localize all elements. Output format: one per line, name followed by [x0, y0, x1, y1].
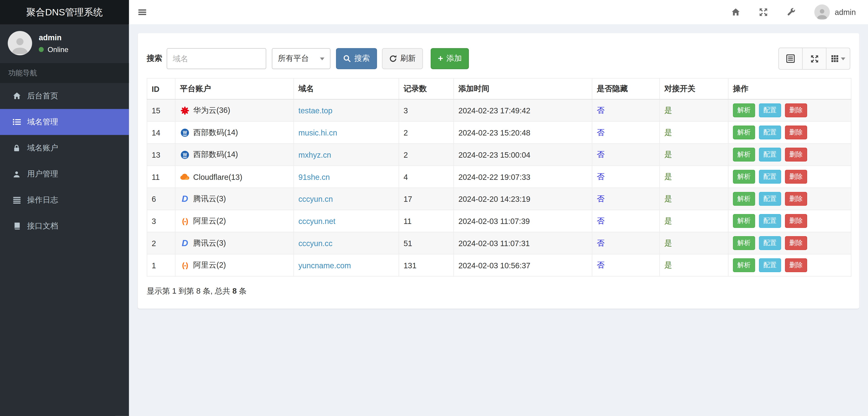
cell-record-count: 17: [399, 188, 454, 210]
config-button[interactable]: 配置: [759, 170, 781, 184]
domain-link[interactable]: testae.top: [299, 106, 332, 115]
switch-toggle-link[interactable]: 是: [664, 105, 672, 114]
table-row: 6 D 腾讯云(3) cccyun.cn 17 2024-02-20 14:23…: [147, 188, 851, 210]
toggle-view-button[interactable]: [778, 47, 803, 70]
hidden-toggle-link[interactable]: 否: [597, 172, 604, 180]
delete-button[interactable]: 删除: [785, 126, 807, 139]
hidden-toggle-link[interactable]: 否: [597, 105, 604, 114]
cell-platform-account: W 西部数码(14): [175, 122, 293, 144]
domain-link[interactable]: mxhyz.cn: [299, 150, 331, 159]
switch-toggle-link[interactable]: 是: [664, 238, 672, 247]
home-icon[interactable]: [731, 8, 740, 16]
cell-id: 3: [147, 210, 175, 232]
columns-grid-icon: [831, 55, 839, 63]
cell-switch: 是: [659, 166, 728, 188]
resolve-button[interactable]: 解析: [733, 236, 755, 250]
sidebar-item-domain-management[interactable]: 域名管理: [0, 109, 129, 135]
config-button[interactable]: 配置: [759, 148, 781, 162]
hidden-toggle-link[interactable]: 否: [597, 194, 604, 203]
delete-button[interactable]: 删除: [785, 170, 807, 184]
switch-toggle-link[interactable]: 是: [664, 128, 672, 136]
cell-added-time: 2024-02-23 17:49:42: [454, 99, 592, 122]
cell-actions: 解析 配置 删除: [728, 122, 851, 144]
columns-dropdown-button[interactable]: [827, 47, 850, 70]
delete-button[interactable]: 删除: [785, 214, 807, 228]
cell-added-time: 2024-02-03 10:56:37: [454, 254, 592, 276]
add-button[interactable]: + 添加: [431, 48, 469, 69]
cell-id: 13: [147, 144, 175, 166]
cell-record-count: 11: [399, 210, 454, 232]
cell-record-count: 51: [399, 232, 454, 254]
sidebar-item-user-management[interactable]: 用户管理: [0, 161, 129, 187]
domain-link[interactable]: music.hi.cn: [299, 128, 337, 137]
domain-link[interactable]: yuncname.com: [299, 261, 351, 270]
cell-hidden: 否: [592, 188, 659, 210]
delete-button[interactable]: 删除: [785, 258, 807, 272]
top-navbar: admin: [129, 0, 868, 25]
switch-toggle-link[interactable]: 是: [664, 216, 672, 225]
refresh-button[interactable]: 刷新: [382, 48, 423, 69]
platform-select[interactable]: 所有平台: [272, 48, 331, 69]
svg-text:W: W: [183, 151, 187, 157]
delete-button[interactable]: 删除: [785, 236, 807, 250]
resolve-button[interactable]: 解析: [733, 126, 755, 139]
app-title: 聚合DNS管理系统: [0, 0, 129, 25]
dnspod-icon: D: [180, 238, 190, 248]
switch-toggle-link[interactable]: 是: [664, 172, 672, 180]
config-button[interactable]: 配置: [759, 214, 781, 228]
col-header-added-time: 添加时间: [454, 78, 592, 99]
resolve-button[interactable]: 解析: [733, 148, 755, 162]
table-view-controls: [778, 47, 850, 70]
navbar-user-menu[interactable]: admin: [814, 4, 856, 20]
sidebar-toggle-menu-icon[interactable]: [138, 8, 147, 16]
cell-id: 11: [147, 166, 175, 188]
cell-actions: 解析 配置 删除: [728, 232, 851, 254]
table-row: 13 W 西部数码(14) mxhyz.cn 2 2024-02-23 15:0…: [147, 144, 851, 166]
resolve-button[interactable]: 解析: [733, 258, 755, 272]
switch-toggle-link[interactable]: 是: [664, 260, 672, 269]
hidden-toggle-link[interactable]: 否: [597, 149, 604, 158]
hidden-toggle-link[interactable]: 否: [597, 238, 604, 247]
config-button[interactable]: 配置: [759, 126, 781, 139]
config-button[interactable]: 配置: [759, 236, 781, 250]
search-input[interactable]: [167, 48, 266, 69]
hidden-toggle-link[interactable]: 否: [597, 128, 604, 136]
switch-toggle-link[interactable]: 是: [664, 194, 672, 203]
domain-link[interactable]: cccyun.cc: [299, 239, 332, 247]
cell-hidden: 否: [592, 166, 659, 188]
hidden-toggle-link[interactable]: 否: [597, 260, 604, 269]
resolve-button[interactable]: 解析: [733, 170, 755, 184]
delete-button[interactable]: 删除: [785, 192, 807, 206]
delete-button[interactable]: 删除: [785, 103, 807, 117]
delete-button[interactable]: 删除: [785, 148, 807, 162]
sidebar-item-operation-logs[interactable]: 操作日志: [0, 187, 129, 213]
config-button[interactable]: 配置: [759, 192, 781, 206]
app-window: 聚合DNS管理系统 admin Online 功能导航 后台首页 域名管理: [0, 0, 868, 416]
fullscreen-table-button[interactable]: [803, 47, 827, 70]
cell-switch: 是: [659, 210, 728, 232]
cell-id: 14: [147, 122, 175, 144]
domain-link[interactable]: cccyun.net: [299, 216, 336, 225]
cell-actions: 解析 配置 删除: [728, 210, 851, 232]
hidden-toggle-link[interactable]: 否: [597, 216, 604, 225]
search-button[interactable]: 搜索: [336, 48, 377, 69]
sidebar-item-dashboard[interactable]: 后台首页: [0, 83, 129, 109]
config-button[interactable]: 配置: [759, 103, 781, 117]
lock-icon: [11, 144, 22, 152]
sidebar-item-api-docs[interactable]: 接口文档: [0, 213, 129, 239]
resolve-button[interactable]: 解析: [733, 103, 755, 117]
fullscreen-icon[interactable]: [759, 8, 768, 16]
cell-actions: 解析 配置 删除: [728, 188, 851, 210]
domain-link[interactable]: cccyun.cn: [299, 194, 333, 203]
domain-link[interactable]: 91she.cn: [299, 172, 330, 181]
main-area: admin 搜索 所有平台 搜索: [129, 0, 868, 416]
switch-toggle-link[interactable]: 是: [664, 149, 672, 158]
resolve-button[interactable]: 解析: [733, 192, 755, 206]
sidebar-item-domain-accounts[interactable]: 域名账户: [0, 135, 129, 161]
cell-added-time: 2024-02-03 11:07:31: [454, 232, 592, 254]
wrench-icon[interactable]: [786, 8, 795, 16]
pagination-summary: 显示第 1 到第 8 条, 总共 8 条: [147, 287, 850, 297]
sidebar-nav: 后台首页 域名管理 域名账户 用户管理 操作日志 接口文档: [0, 83, 129, 239]
config-button[interactable]: 配置: [759, 258, 781, 272]
resolve-button[interactable]: 解析: [733, 214, 755, 228]
